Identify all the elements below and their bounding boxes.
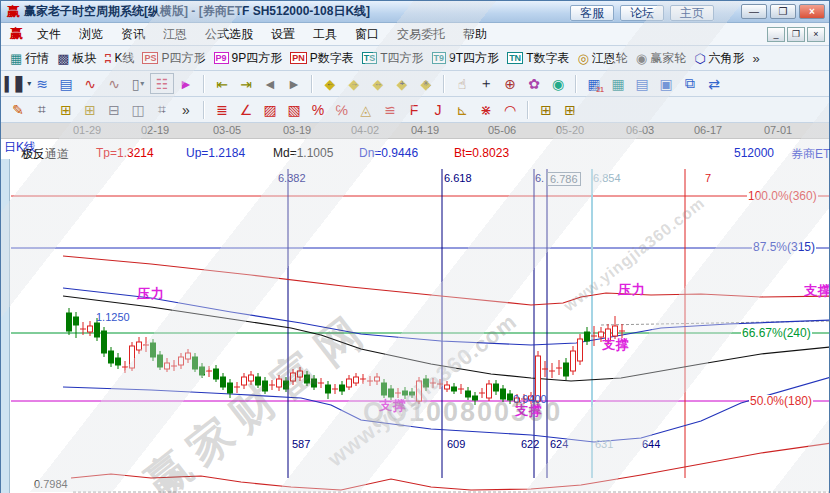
percent-lines-button[interactable]: % [306, 99, 330, 120]
cascade-windows-button[interactable]: ⧉ [678, 73, 702, 94]
t-number-table-button[interactable]: TNT数字表 [503, 48, 573, 69]
forum-button[interactable]: 论坛 [620, 5, 664, 21]
menu-window[interactable]: 窗口 [346, 23, 388, 46]
close-button[interactable]: × [799, 4, 825, 19]
prev-period-button[interactable]: ◄ [258, 73, 282, 94]
gann-grid5-button[interactable]: ◫ [126, 99, 150, 120]
toolbar1-more-button[interactable]: » [749, 50, 764, 67]
gann-grid6-button[interactable]: ⌗ [150, 99, 174, 120]
gann-percent-label: 87.5%(315) [752, 241, 816, 253]
knot-marker-button[interactable]: ◉ [546, 73, 570, 94]
golden-section-button[interactable]: ◬ [354, 99, 378, 120]
menu-help[interactable]: 帮助 [454, 23, 496, 46]
trend-line-chart2-button[interactable]: ∿ [102, 73, 126, 94]
j-angle-button[interactable]: J [426, 99, 450, 120]
last-page-button[interactable]: ⇥ [234, 73, 258, 94]
candle [332, 384, 338, 394]
menu-browse[interactable]: 浏览 [70, 23, 112, 46]
p-square-button[interactable]: PSP四方形 [138, 48, 209, 69]
bar-style-button[interactable]: ▯▾ [126, 73, 150, 94]
fan-lines-button[interactable]: ∠ [234, 99, 258, 120]
gann-shade-button[interactable]: ▨ [258, 99, 282, 120]
candle [256, 373, 261, 388]
quotes-button-label: 行情 [25, 50, 49, 67]
menu-file[interactable]: 文件 [28, 23, 70, 46]
sectors-button[interactable]: ▩板块 [53, 48, 100, 69]
grid-a-button[interactable]: ⊞ [534, 99, 558, 120]
gann-box-button[interactable]: ▧ [282, 99, 306, 120]
winner-wheel-button[interactable]: ◉赢家轮 [632, 48, 690, 69]
homepage-button[interactable]: 主页 [670, 5, 714, 21]
mdi-restore-button[interactable]: ❐ [787, 27, 805, 42]
indicator-value: Dn=0.9446 [359, 146, 418, 160]
mdi-minimize-button[interactable]: _ [767, 27, 785, 42]
candle [354, 373, 359, 386]
wave-chart-button[interactable]: ≋ [30, 73, 54, 94]
drag-hand-button[interactable]: ☝ [450, 73, 474, 94]
gann-grid3-button[interactable]: ⊞ [78, 99, 102, 120]
compress-left-diamond-button[interactable]: ◆← [318, 73, 342, 94]
flower-marker-button[interactable]: ✿ [522, 73, 546, 94]
magnifier-button[interactable]: ⊕ [498, 73, 522, 94]
kline-chart-canvas[interactable]: 100.0%(360)87.5%(315)66.67%(240)50.0%(18… [1, 159, 829, 493]
crosshair-button[interactable]: ＋ [474, 73, 498, 94]
gann-grid4-button[interactable]: ⊟ [102, 99, 126, 120]
resistance-lines-button[interactable]: ≣ [210, 99, 234, 120]
menu-trade[interactable]: 交易委托 [388, 23, 454, 46]
t-square-button[interactable]: TST四方形 [358, 48, 428, 69]
hexagon-button[interactable]: ⬡六角形 [690, 48, 748, 69]
monitor-button[interactable]: ▣ [654, 73, 678, 94]
f10-report-button[interactable]: ▤ [54, 73, 78, 94]
mdi-close-button[interactable]: × [807, 27, 825, 42]
kline-button[interactable]: ʭK线 [101, 48, 139, 69]
date-tick: 05-20 [556, 124, 584, 136]
arc-lines-button[interactable]: ◠ [498, 99, 522, 120]
special-chart-button[interactable]: ☷ [150, 73, 174, 94]
gann-wheel-button[interactable]: ◎江恩轮 [573, 48, 631, 69]
first-page-button[interactable]: ⇤ [210, 73, 234, 94]
candle [375, 373, 380, 385]
expand-both-diamond-button[interactable]: ◆↔ [366, 73, 390, 94]
calculator-button[interactable]: ▦ [606, 73, 630, 94]
gann-grid1-button[interactable]: ⌗ [30, 99, 54, 120]
grid-b-button[interactable]: ⊞ [558, 99, 582, 120]
colored-arrows-button[interactable]: ► [174, 73, 198, 94]
menu-settings[interactable]: 设置 [262, 23, 304, 46]
minimize-button[interactable]: — [741, 4, 767, 19]
f-angle-button[interactable]: F [402, 99, 426, 120]
trend-line-chart-button[interactable]: ∿ [78, 73, 102, 94]
p-number-table-button[interactable]: PNP数字表 [286, 48, 358, 69]
zoom-reset-diamond-button[interactable]: ◆✳ [414, 73, 438, 94]
gann-grid2-button[interactable]: ⊞ [54, 99, 78, 120]
time-line-top-label: 7 [705, 172, 711, 184]
toolbar3-more-button[interactable]: » [174, 99, 198, 120]
quotes-button-icon: ▦ [10, 52, 22, 65]
9t-square-button[interactable]: T99T四方形 [428, 48, 504, 69]
switch-view-button[interactable]: ⇄ [702, 73, 726, 94]
quotes-button[interactable]: ▦行情 [6, 48, 53, 69]
zoom-in-diamond-button[interactable]: ◆+ [390, 73, 414, 94]
9p-square-button[interactable]: P99P四方形 [210, 48, 287, 69]
next-period-button[interactable]: ► [282, 73, 306, 94]
restore-button[interactable]: ❐ [770, 4, 796, 19]
price-channel-button[interactable]: ≌ [378, 99, 402, 120]
candle [473, 392, 478, 405]
toolbar-navigation: ▍▋▾≋▤∿∿▯▾☷►⇤⇥◄►◆←◆→◆↔◆+◆✳☝＋⊕✿◉▦21▦▤▣⧉⇄ [1, 71, 829, 97]
candle [88, 321, 93, 336]
candle [571, 346, 576, 375]
percent2-lines-button[interactable]: ℅ [330, 99, 354, 120]
kline-style-button[interactable]: ▍▋▾ [6, 73, 30, 94]
expand-right-diamond-button[interactable]: ◆→ [342, 73, 366, 94]
menu-gann[interactable]: 江恩 [154, 23, 196, 46]
candle [298, 367, 303, 381]
menu-tools[interactable]: 工具 [304, 23, 346, 46]
speed-lines-button[interactable]: ⋇ [474, 99, 498, 120]
sectors-button-label: 板块 [73, 50, 97, 67]
calendar-button[interactable]: ▦21 [582, 73, 606, 94]
menu-news[interactable]: 资讯 [112, 23, 154, 46]
draw-pen-button[interactable]: ✎ [6, 99, 30, 120]
customer-service-button[interactable]: 客服 [570, 5, 614, 21]
menu-formula-select[interactable]: 公式选股 [196, 23, 262, 46]
gold-angle-button[interactable]: ⊾ [450, 99, 474, 120]
data-list-button[interactable]: ▤ [630, 73, 654, 94]
